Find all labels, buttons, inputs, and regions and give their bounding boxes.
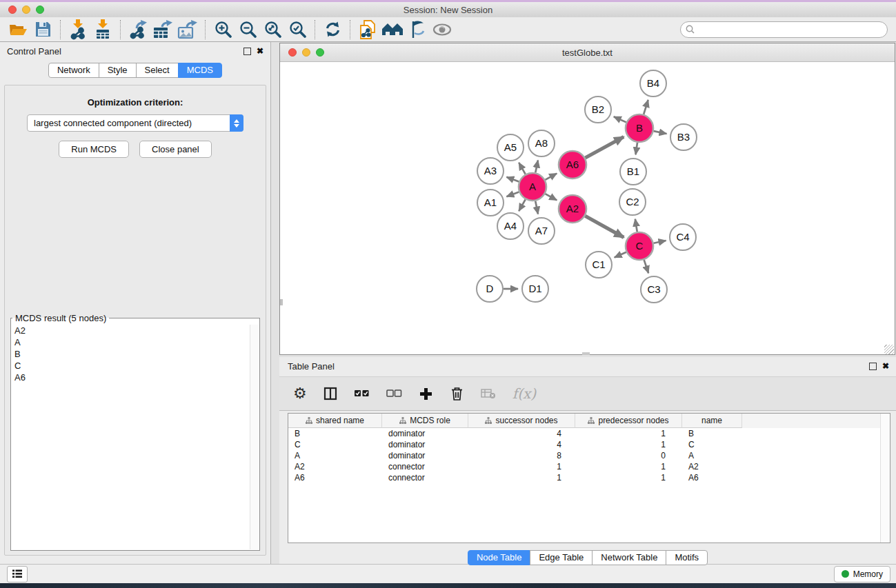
graph-node-A2[interactable]: A2 — [559, 195, 586, 223]
graph-node-D1[interactable]: D1 — [522, 276, 548, 302]
zoom-selected-button[interactable] — [285, 19, 310, 41]
table-cell[interactable]: connector — [382, 462, 468, 472]
memory-button[interactable]: Memory — [834, 566, 890, 582]
column-header-shared-name[interactable]: shared name — [288, 414, 382, 428]
mcds-result-item[interactable]: C — [11, 360, 250, 372]
table-cell[interactable]: C — [288, 440, 382, 449]
graph-node-B4[interactable]: B4 — [640, 70, 666, 97]
horizontal-scrollbar-thumb[interactable] — [582, 352, 590, 355]
table-row[interactable]: A6connector11A6 — [288, 472, 890, 483]
graph-node-C3[interactable]: C3 — [641, 276, 667, 303]
table-cell[interactable]: B — [682, 429, 742, 438]
graph-node-A4[interactable]: A4 — [497, 213, 524, 239]
graph-node-A6[interactable]: A6 — [559, 151, 586, 179]
bird-eye-view-button[interactable] — [430, 19, 455, 41]
import-network-button[interactable] — [66, 19, 90, 41]
table-row[interactable]: A2connector11A2 — [288, 461, 890, 472]
column-header-successor-nodes[interactable]: successor nodes — [468, 414, 575, 428]
new-network-from-selection-button[interactable] — [355, 19, 380, 41]
search-input[interactable] — [697, 23, 887, 37]
show-graphics-details-button[interactable] — [405, 19, 430, 41]
table-cell[interactable]: 1 — [575, 462, 682, 472]
graph-node-C[interactable]: C — [626, 232, 653, 260]
zoom-out-button[interactable] — [235, 19, 260, 41]
graph-node-B1[interactable]: B1 — [620, 159, 646, 185]
table-cell[interactable]: 1 — [575, 429, 682, 438]
table-cell[interactable]: 1 — [575, 473, 682, 483]
table-cell[interactable]: connector — [382, 473, 468, 483]
table-cell[interactable]: dominator — [382, 429, 468, 438]
tab-network-table[interactable]: Network Table — [592, 550, 666, 565]
tab-select[interactable]: Select — [136, 63, 179, 78]
close-table-panel-icon[interactable]: ✖ — [882, 362, 889, 370]
search-box[interactable] — [680, 21, 888, 38]
graph-node-A1[interactable]: A1 — [477, 190, 504, 216]
graph-node-C1[interactable]: C1 — [586, 252, 612, 278]
graph-node-C2[interactable]: C2 — [619, 189, 646, 215]
table-cell[interactable]: 8 — [468, 451, 575, 460]
mcds-result-item[interactable]: A2 — [11, 325, 250, 336]
graph-node-A3[interactable]: A3 — [477, 158, 504, 184]
table-cell[interactable]: A6 — [682, 473, 742, 483]
mcds-result-item[interactable]: A6 — [11, 372, 250, 383]
delete-column-trash-icon[interactable] — [450, 386, 464, 401]
float-table-panel-icon[interactable] — [869, 363, 877, 370]
table-row[interactable]: Cdominator41C — [288, 439, 890, 450]
mcds-result-item[interactable]: A — [11, 336, 250, 348]
resize-grip-icon[interactable] — [884, 345, 894, 354]
table-cell[interactable]: A2 — [288, 462, 382, 472]
graph-node-A[interactable]: A — [519, 173, 546, 201]
export-table-button[interactable] — [150, 19, 175, 41]
zoom-fit-button[interactable] — [260, 19, 285, 41]
run-mcds-button[interactable]: Run MCDS — [59, 141, 129, 158]
graph-node-B2[interactable]: B2 — [585, 97, 611, 123]
table-cell[interactable]: 0 — [575, 451, 682, 460]
window-titlebar[interactable]: Session: New Session — [0, 2, 896, 17]
table-cell[interactable]: A — [682, 451, 742, 460]
zoom-in-button[interactable] — [210, 19, 235, 41]
vertical-scrollbar-thumb[interactable] — [280, 299, 283, 305]
graph-node-A7[interactable]: A7 — [528, 218, 555, 244]
export-image-button[interactable] — [175, 19, 200, 41]
select-all-columns-icon[interactable] — [354, 388, 370, 399]
save-session-button[interactable] — [30, 19, 55, 41]
column-header-predecessor-nodes[interactable]: predecessor nodes — [575, 414, 682, 428]
tab-mcds[interactable]: MCDS — [178, 63, 222, 78]
table-cell[interactable]: B — [288, 429, 382, 438]
network-window-titlebar[interactable]: testGlobe.txt — [280, 43, 895, 62]
table-cell[interactable]: 1 — [468, 462, 575, 472]
select-stepper-icon[interactable] — [230, 114, 243, 132]
table-cell[interactable]: A — [288, 451, 382, 460]
close-panel-icon[interactable]: ✖ — [257, 47, 263, 55]
column-header-name[interactable]: name — [682, 414, 742, 428]
table-cell[interactable]: 4 — [468, 429, 575, 438]
tab-motifs[interactable]: Motifs — [666, 550, 708, 565]
graph-node-C4[interactable]: C4 — [670, 224, 696, 250]
close-panel-button[interactable]: Close panel — [139, 141, 212, 158]
column-header-mcds-role[interactable]: MCDS role — [382, 414, 468, 428]
create-column-plus-icon[interactable] — [419, 387, 433, 401]
show-columns-icon[interactable] — [323, 387, 337, 401]
tab-network[interactable]: Network — [48, 63, 99, 78]
graph-node-B3[interactable]: B3 — [670, 124, 697, 150]
show-task-history-button[interactable] — [7, 566, 28, 582]
criterion-select[interactable]: largest connected component (directed) — [27, 114, 243, 132]
apply-layout-button[interactable] — [320, 19, 345, 41]
graph-node-A5[interactable]: A5 — [497, 134, 524, 161]
table-row[interactable]: Bdominator41B — [288, 428, 890, 439]
table-cell[interactable]: 1 — [575, 440, 682, 449]
table-cell[interactable]: dominator — [382, 440, 468, 449]
mcds-result-item[interactable]: B — [11, 348, 250, 360]
tab-style[interactable]: Style — [99, 63, 137, 78]
table-cell[interactable]: A2 — [682, 462, 742, 472]
graph-node-B[interactable]: B — [626, 114, 653, 142]
import-table-button[interactable] — [90, 19, 115, 41]
table-cell[interactable]: 1 — [468, 473, 575, 483]
table-cell[interactable]: 4 — [468, 440, 575, 449]
graph-node-A8[interactable]: A8 — [528, 130, 555, 156]
float-panel-icon[interactable] — [243, 48, 251, 55]
table-cell[interactable]: dominator — [382, 451, 468, 460]
table-scrollbar[interactable] — [880, 414, 890, 543]
mcds-result-list[interactable]: A2ABCA6 — [11, 325, 250, 550]
table-row[interactable]: Adominator80A — [288, 450, 890, 461]
